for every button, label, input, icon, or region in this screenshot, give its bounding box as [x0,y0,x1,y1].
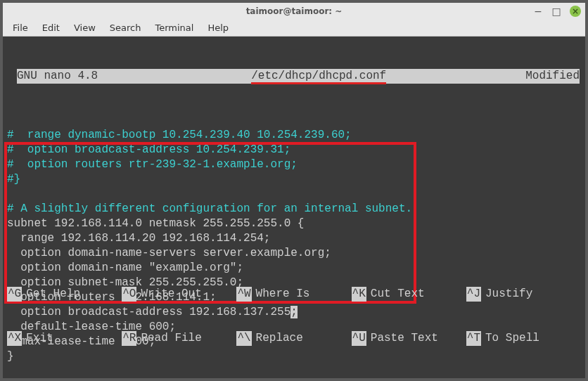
shortcut-key: ^T [466,331,481,346]
shortcut-label: Justify [481,287,532,302]
shortcut-key: ^G [7,287,22,302]
shortcut-key: ^R [122,331,136,346]
menu-help[interactable]: Help [200,21,236,34]
shortcut-item: ^\Replace [236,331,351,346]
shortcut-item: ^WWhere Is [236,287,351,302]
shortcut-label: Paste Text [366,331,438,346]
shortcut-key: ^\ [236,331,251,346]
nano-header: GNU nano 4.8 /etc/dhcp/dhcpd.conf Modifi… [17,69,580,84]
editor-line: # A slightly different configuration for… [7,202,581,217]
close-icon[interactable]: × [570,6,581,17]
editor-line: # option routers rtr-239-32-1.example.or… [7,157,581,172]
shortcut-item: ^UPaste Text [352,331,466,346]
shortcut-key: ^U [352,331,366,346]
menu-edit[interactable]: Edit [35,21,67,34]
menu-file[interactable]: File [6,21,35,34]
shortcut-key: ^K [352,287,366,302]
shortcut-item: ^RRead File [122,331,236,346]
shortcut-item: ^XExit [7,331,122,346]
shortcut-row-1: ^GGet Help^OWrite Out^WWhere Is^KCut Tex… [7,287,581,302]
window-title: taimoor@taimoor: ~ [246,6,343,16]
shortcut-row-2: ^XExit^RRead File^\Replace^UPaste Text^T… [7,331,581,346]
shortcut-item: ^KCut Text [352,287,466,302]
editor-line [7,187,581,202]
shortcut-key: ^W [236,287,251,302]
editor-line: range 192.168.114.20 192.168.114.254; [7,231,581,246]
editor-line: # option broadcast-address 10.254.239.31… [7,143,581,157]
shortcut-item: ^TTo Spell [466,331,581,346]
shortcut-label: Read File [136,331,201,346]
terminal-area[interactable]: GNU nano 4.8 /etc/dhcp/dhcpd.conf Modifi… [3,37,585,378]
shortcut-label: Exit [22,331,53,346]
editor-line: subnet 192.168.114.0 netmask 255.255.255… [7,217,581,231]
shortcut-key: ^O [122,287,136,302]
shortcut-label: Replace [252,331,303,346]
nano-app-name: GNU nano 4.8 [17,69,112,84]
window-titlebar: taimoor@taimoor: ~ − □ × [3,3,585,20]
shortcut-label: Get Help [22,287,80,302]
shortcut-label: Where Is [252,287,310,302]
shortcut-key: ^J [466,287,481,302]
menubar: File Edit View Search Terminal Help [3,20,585,37]
menu-terminal[interactable]: Terminal [148,21,200,34]
shortcut-key: ^X [7,331,22,346]
editor-line: # range dynamic-bootp 10.254.239.40 10.2… [7,128,581,143]
minimize-icon[interactable]: − [533,6,543,16]
shortcut-item: ^GGet Help [7,287,122,302]
maximize-icon[interactable]: □ [551,6,561,16]
shortcut-label: To Spell [481,331,539,346]
shortcut-label: Write Out [136,287,201,302]
shortcut-item: ^JJustify [466,287,581,302]
nano-shortcuts: ^GGet Help^OWrite Out^WWhere Is^KCut Tex… [7,257,581,375]
editor-line: #} [7,172,581,187]
nano-filename-text: /etc/dhcp/dhcpd.conf [251,70,386,84]
nano-filename: /etc/dhcp/dhcpd.conf [112,69,525,84]
shortcut-item: ^OWrite Out [122,287,236,302]
menu-search[interactable]: Search [103,21,148,34]
nano-status: Modified [525,69,580,84]
shortcut-label: Cut Text [366,287,425,302]
window-controls: − □ × [533,6,581,17]
menu-view[interactable]: View [67,21,103,34]
